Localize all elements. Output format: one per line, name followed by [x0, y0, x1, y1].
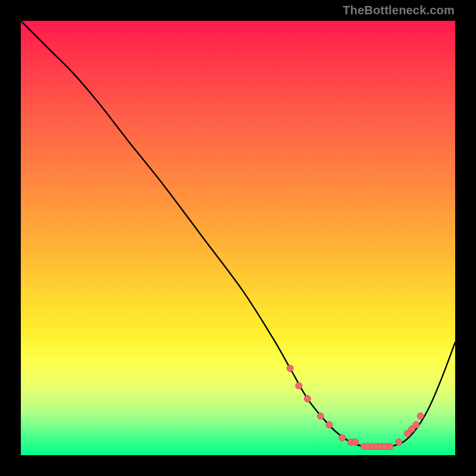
- curve-svg: [21, 21, 455, 455]
- data-dot: [352, 439, 359, 446]
- plot-area: [21, 21, 455, 455]
- data-dot: [304, 396, 311, 402]
- watermark-text: TheBottleneck.com: [343, 4, 455, 17]
- data-dot: [287, 365, 293, 372]
- data-dot: [413, 421, 419, 428]
- data-dot: [326, 421, 333, 428]
- bottleneck-curve: [21, 21, 455, 447]
- chart-frame: { "watermark": "TheBottleneck.com", "col…: [0, 0, 476, 476]
- data-dot: [317, 413, 324, 419]
- data-dot: [296, 383, 302, 389]
- data-dot: [387, 443, 393, 450]
- data-dot: [417, 413, 424, 419]
- data-dot: [396, 439, 402, 446]
- data-dot: [339, 434, 346, 441]
- dots-group: [287, 365, 424, 450]
